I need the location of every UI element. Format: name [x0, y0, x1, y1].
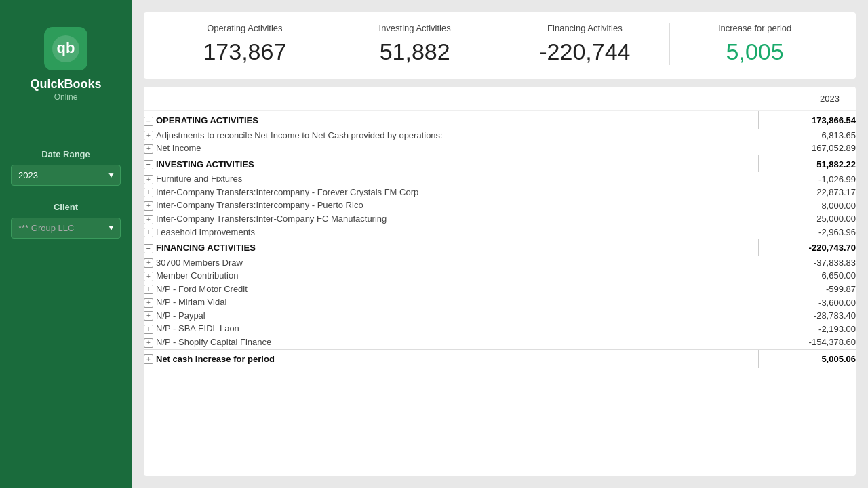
- row-label: +Furniture and Fixtures: [144, 172, 758, 186]
- table-header-row: 2023: [144, 87, 856, 111]
- summary-investing-label: Investing Activities: [330, 23, 500, 33]
- table-row: +Inter-Company Transfers:Intercompany - …: [144, 199, 856, 212]
- section-title-operating: −OPERATING ACTIVITIES: [144, 111, 758, 129]
- row-label: +Inter-Company Transfers:Intercompany - …: [144, 199, 758, 212]
- row-value: 167,052.89: [758, 142, 856, 155]
- table-row: +Net Income 167,052.89: [144, 142, 856, 155]
- summary-financing: Financing Activities -220,744: [500, 23, 670, 65]
- net-cash-expand-icon[interactable]: +: [144, 354, 153, 364]
- expand-icon-financing-3[interactable]: +: [144, 298, 153, 308]
- row-value: -599.87: [758, 283, 856, 296]
- expand-icon-operating-1[interactable]: +: [144, 144, 153, 154]
- row-label: +N/P - Miriam Vidal: [144, 296, 758, 309]
- expand-icon-investing-0[interactable]: +: [144, 175, 153, 184]
- row-label: +N/P - SBA EIDL Laon: [144, 322, 758, 336]
- expand-icon-financing-2[interactable]: +: [144, 285, 153, 294]
- table-row: +N/P - Miriam Vidal -3,600.00: [144, 296, 856, 309]
- summary-operating-value: 173,867: [160, 39, 330, 65]
- section-value-financing: -220,743.70: [758, 239, 856, 256]
- summary-card: Operating Activities 173,867 Investing A…: [144, 12, 856, 79]
- year-header: 2023: [758, 87, 856, 111]
- svg-text:qb: qb: [57, 39, 75, 56]
- row-value: 25,000.00: [758, 212, 856, 226]
- client-select[interactable]: *** Group LLC: [11, 218, 121, 239]
- net-cash-value: 5,005.06: [758, 349, 856, 368]
- row-value: -2,193.00: [758, 322, 856, 336]
- row-value: 22,873.17: [758, 186, 856, 199]
- sidebar: qb QuickBooks Online Date Range 2023 202…: [0, 0, 132, 488]
- row-value: -2,963.96: [758, 226, 856, 239]
- table-row: +Inter-Company Transfers:Inter-Company F…: [144, 212, 856, 226]
- detail-table: 2023 −OPERATING ACTIVITIES 173,866.54 +A…: [144, 87, 856, 368]
- net-cash-label: +Net cash increase for period: [144, 349, 758, 368]
- expand-icon-financing-5[interactable]: +: [144, 325, 153, 334]
- row-label: +Inter-Company Transfers:Inter-Company F…: [144, 212, 758, 226]
- summary-investing-value: 51,882: [330, 39, 500, 65]
- expand-icon-investing-4[interactable]: +: [144, 228, 153, 237]
- row-value: 8,000.00: [758, 199, 856, 212]
- client-label: Client: [11, 202, 121, 212]
- expand-icon-financing-1[interactable]: +: [144, 272, 153, 281]
- row-value: -1,026.99: [758, 172, 856, 186]
- expand-icon-investing-2[interactable]: +: [144, 201, 153, 211]
- collapse-icon-investing[interactable]: −: [144, 160, 153, 169]
- summary-increase-label: Increase for period: [670, 23, 840, 33]
- date-range-label: Date Range: [11, 149, 121, 159]
- row-label: +30700 Members Draw: [144, 256, 758, 270]
- row-value: -37,838.83: [758, 256, 856, 270]
- table-row: +Furniture and Fixtures -1,026.99: [144, 172, 856, 186]
- brand-name: QuickBooks: [30, 77, 101, 92]
- sidebar-controls: Date Range 2023 2022 2021 ▼ Client *** G…: [0, 149, 132, 255]
- table-row: +Inter-Company Transfers:Intercompany - …: [144, 186, 856, 199]
- brand-sub: Online: [54, 92, 78, 102]
- summary-financing-value: -220,744: [500, 39, 670, 65]
- expand-icon-financing-0[interactable]: +: [144, 258, 153, 268]
- summary-investing: Investing Activities 51,882: [330, 23, 500, 65]
- section-header-investing: −INVESTING ACTIVITIES 51,882.22: [144, 155, 856, 173]
- table-row: +Member Contribution 6,650.00: [144, 269, 856, 283]
- client-dropdown-wrap[interactable]: *** Group LLC ▼: [11, 218, 121, 239]
- main-content: Operating Activities 173,867 Investing A…: [132, 0, 868, 488]
- detail-card: 2023 −OPERATING ACTIVITIES 173,866.54 +A…: [144, 87, 856, 476]
- row-label: +Net Income: [144, 142, 758, 155]
- section-title-investing: −INVESTING ACTIVITIES: [144, 155, 758, 173]
- date-range-dropdown-wrap[interactable]: 2023 2022 2021 ▼: [11, 165, 121, 186]
- section-header-financing: −FINANCING ACTIVITIES -220,743.70: [144, 239, 856, 256]
- row-label: +Leasehold Improvements: [144, 226, 758, 239]
- row-label: +N/P - Paypal: [144, 309, 758, 323]
- table-row: +N/P - Shopify Capital Finance -154,378.…: [144, 336, 856, 349]
- row-label: +N/P - Shopify Capital Finance: [144, 336, 758, 349]
- section-title-financing: −FINANCING ACTIVITIES: [144, 239, 758, 256]
- row-value: -3,600.00: [758, 296, 856, 309]
- row-label: +N/P - Ford Motor Credit: [144, 283, 758, 296]
- section-value-operating: 173,866.54: [758, 111, 856, 129]
- table-row: +30700 Members Draw -37,838.83: [144, 256, 856, 270]
- table-row: +N/P - Paypal -28,783.40: [144, 309, 856, 323]
- table-row: +Adjustments to reconcile Net Income to …: [144, 129, 856, 142]
- row-label: +Adjustments to reconcile Net Income to …: [144, 129, 758, 142]
- collapse-icon-financing[interactable]: −: [144, 244, 153, 253]
- expand-icon-investing-1[interactable]: +: [144, 188, 153, 197]
- expand-icon-investing-3[interactable]: +: [144, 215, 153, 224]
- section-value-investing: 51,882.22: [758, 155, 856, 173]
- summary-increase-value: 5,005: [670, 39, 840, 65]
- expand-icon-operating-0[interactable]: +: [144, 131, 153, 140]
- row-label: +Inter-Company Transfers:Intercompany - …: [144, 186, 758, 199]
- table-row: +N/P - Ford Motor Credit -599.87: [144, 283, 856, 296]
- collapse-icon-operating[interactable]: −: [144, 117, 153, 126]
- table-row: +N/P - SBA EIDL Laon -2,193.00: [144, 322, 856, 336]
- row-value: -154,378.60: [758, 336, 856, 349]
- summary-increase: Increase for period 5,005: [670, 23, 840, 65]
- row-value: 6,650.00: [758, 269, 856, 283]
- net-cash-row: +Net cash increase for period 5,005.06: [144, 349, 856, 368]
- logo-area: qb QuickBooks Online: [30, 14, 101, 122]
- expand-icon-financing-6[interactable]: +: [144, 338, 153, 348]
- row-label: +Member Contribution: [144, 269, 758, 283]
- row-value: -28,783.40: [758, 309, 856, 323]
- quickbooks-logo: qb: [44, 27, 87, 70]
- table-row: +Leasehold Improvements -2,963.96: [144, 226, 856, 239]
- date-range-select[interactable]: 2023 2022 2021: [11, 165, 121, 186]
- expand-icon-financing-4[interactable]: +: [144, 311, 153, 321]
- summary-operating: Operating Activities 173,867: [160, 23, 330, 65]
- summary-operating-label: Operating Activities: [160, 23, 330, 33]
